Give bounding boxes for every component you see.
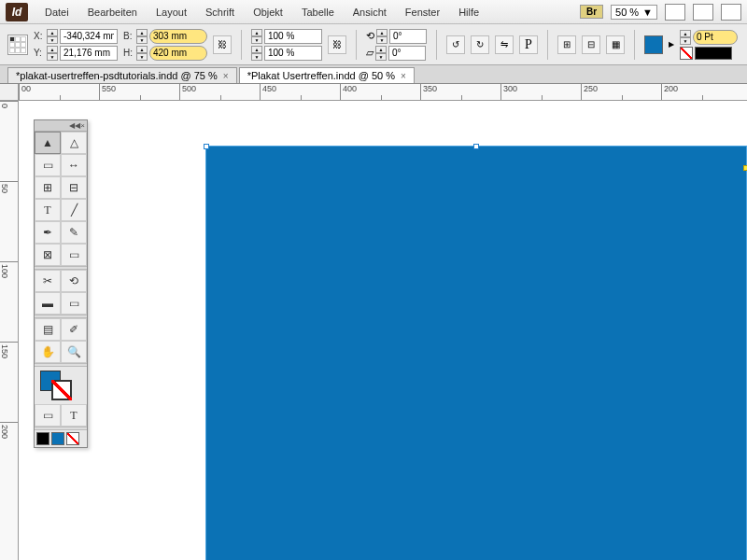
scale-x-input[interactable]: [264, 29, 322, 44]
content-collector-tool[interactable]: ⊞: [35, 176, 61, 199]
selected-rectangle[interactable]: [205, 146, 747, 560]
ruler-tick: 550: [99, 84, 179, 100]
resize-handle-ne[interactable]: [743, 165, 747, 171]
x-stepper[interactable]: ▲▼: [47, 29, 58, 44]
gradient-feather-tool[interactable]: ▭: [61, 292, 87, 315]
swatch-black[interactable]: [36, 432, 49, 445]
gradient-swatch-tool[interactable]: ▬: [35, 292, 61, 315]
stroke-weight-input[interactable]: [693, 30, 738, 45]
rotation-input[interactable]: [389, 29, 427, 44]
fill-stroke-control[interactable]: [35, 367, 87, 404]
selection-tool[interactable]: ▲: [35, 132, 61, 154]
gap-tool[interactable]: ↔: [61, 154, 87, 176]
workspace-icon[interactable]: [721, 4, 741, 21]
shear-input[interactable]: [388, 46, 426, 61]
rotate-cw-icon[interactable]: ↻: [471, 35, 489, 54]
type-tool[interactable]: T: [35, 199, 61, 221]
y-input[interactable]: [60, 46, 118, 61]
rot-stepper[interactable]: ▲▼: [376, 29, 388, 44]
flip-h-icon[interactable]: ⇋: [495, 35, 514, 54]
menu-layout[interactable]: Layout: [147, 3, 196, 21]
resize-handle-nw[interactable]: [204, 144, 209, 149]
fill-color-swatch[interactable]: [644, 35, 663, 54]
eyedropper-tool[interactable]: ✐: [61, 318, 87, 341]
menu-ansicht[interactable]: Ansicht: [344, 3, 396, 21]
toolbox-header[interactable]: ◀◀×: [35, 120, 87, 132]
tab-doc-1[interactable]: *plakat-usertreffen-psdtutorials.indd @ …: [7, 67, 237, 83]
rectangle-tool[interactable]: ▭: [61, 244, 87, 266]
shear-stepper[interactable]: ▲▼: [375, 46, 387, 61]
horizontal-ruler[interactable]: 00 550 500 450 400 350 300 250 200: [19, 84, 747, 101]
sy-stepper[interactable]: ▲▼: [251, 46, 262, 61]
menu-datei[interactable]: Datei: [35, 3, 78, 21]
stroke-none-swatch[interactable]: [680, 47, 693, 60]
page-tool[interactable]: ▭: [35, 154, 61, 176]
stroke-style-swatch[interactable]: [695, 47, 732, 60]
ruler-tick: 150: [0, 342, 18, 422]
scissors-tool[interactable]: ✂: [35, 270, 61, 292]
pencil-tool[interactable]: ✎: [61, 221, 87, 244]
menu-hilfe[interactable]: Hilfe: [449, 3, 488, 21]
w-stepper[interactable]: ▲▼: [136, 29, 148, 44]
x-input[interactable]: [60, 29, 118, 44]
arrange-icon[interactable]: [693, 4, 713, 21]
constrain-icon[interactable]: ⛓: [213, 35, 232, 54]
ruler-tick: 0: [0, 101, 18, 181]
toolbox: ◀◀× ▲ △ ▭ ↔ ⊞ ⊟ T ╱ ✒ ✎ ⊠ ▭ ✂ ⟲ ▬ ▭ ▤ ✐ …: [34, 119, 88, 448]
ruler-tick: 400: [340, 84, 420, 100]
zoom-select[interactable]: 50 %▼: [611, 5, 657, 20]
workspace: 00 550 500 450 400 350 300 250 200 0 50 …: [0, 84, 747, 560]
hand-tool[interactable]: ✋: [35, 341, 61, 363]
align-icon[interactable]: ⊞: [557, 35, 576, 54]
rotate-ccw-icon[interactable]: ↺: [446, 35, 465, 54]
menu-fenster[interactable]: Fenster: [396, 3, 449, 21]
resize-handle-n[interactable]: [473, 144, 479, 149]
p-icon[interactable]: P: [519, 35, 538, 54]
direct-selection-tool[interactable]: △: [61, 132, 87, 154]
formatting-text-icon[interactable]: T: [61, 404, 87, 427]
height-input[interactable]: [149, 46, 207, 61]
close-icon[interactable]: ×: [401, 71, 406, 81]
swatch-blue[interactable]: [51, 432, 64, 445]
width-input[interactable]: [149, 29, 207, 44]
h-stepper[interactable]: ▲▼: [136, 46, 148, 61]
quick-apply-swatches: [35, 430, 87, 447]
menu-schrift[interactable]: Schrift: [196, 3, 244, 21]
pen-tool[interactable]: ✒: [35, 221, 61, 244]
content-placer-tool[interactable]: ⊟: [61, 176, 87, 199]
line-tool[interactable]: ╱: [61, 199, 87, 221]
y-stepper[interactable]: ▲▼: [47, 46, 58, 61]
ruler-tick: 300: [500, 84, 581, 100]
scale-y-input[interactable]: [264, 46, 322, 61]
menu-objekt[interactable]: Objekt: [244, 3, 292, 21]
menu-bar: Id Datei Bearbeiten Layout Schrift Objek…: [0, 0, 747, 24]
sx-stepper[interactable]: ▲▼: [251, 29, 262, 44]
distribute-icon[interactable]: ⊟: [582, 35, 600, 54]
close-icon[interactable]: ×: [223, 71, 229, 81]
rectangle-frame-tool[interactable]: ⊠: [35, 244, 61, 266]
reference-point[interactable]: [7, 35, 28, 55]
rotate-icon: ⟲: [366, 30, 374, 42]
vertical-ruler[interactable]: 0 50 100 150 200: [0, 101, 19, 560]
collapse-icon[interactable]: ◀◀: [69, 121, 80, 130]
fill-menu-icon[interactable]: ▶: [669, 40, 674, 49]
tab-doc-2[interactable]: *Plakat Usertreffen.indd @ 50 %×: [239, 67, 415, 83]
menu-bearbeiten[interactable]: Bearbeiten: [78, 3, 147, 21]
stroke-swatch[interactable]: [51, 380, 72, 400]
menu-tabelle[interactable]: Tabelle: [292, 3, 344, 21]
ruler-tick: 200: [661, 84, 741, 100]
bridge-button[interactable]: Br: [580, 5, 603, 19]
close-icon[interactable]: ×: [80, 121, 85, 130]
canvas[interactable]: ✋: [19, 101, 747, 560]
stroke-weight-stepper[interactable]: ▲▼: [680, 30, 691, 45]
wrap-icon[interactable]: ▦: [606, 35, 625, 54]
note-tool[interactable]: ▤: [35, 318, 61, 341]
zoom-tool[interactable]: 🔍: [61, 341, 87, 363]
swatch-none[interactable]: [66, 432, 79, 445]
zoom-value: 50 %: [615, 7, 639, 18]
link-icon[interactable]: ⛓: [328, 35, 346, 54]
screen-mode-icon[interactable]: [665, 4, 685, 21]
free-transform-tool[interactable]: ⟲: [61, 270, 87, 292]
ruler-origin[interactable]: [0, 84, 19, 101]
formatting-container-icon[interactable]: ▭: [35, 404, 61, 427]
